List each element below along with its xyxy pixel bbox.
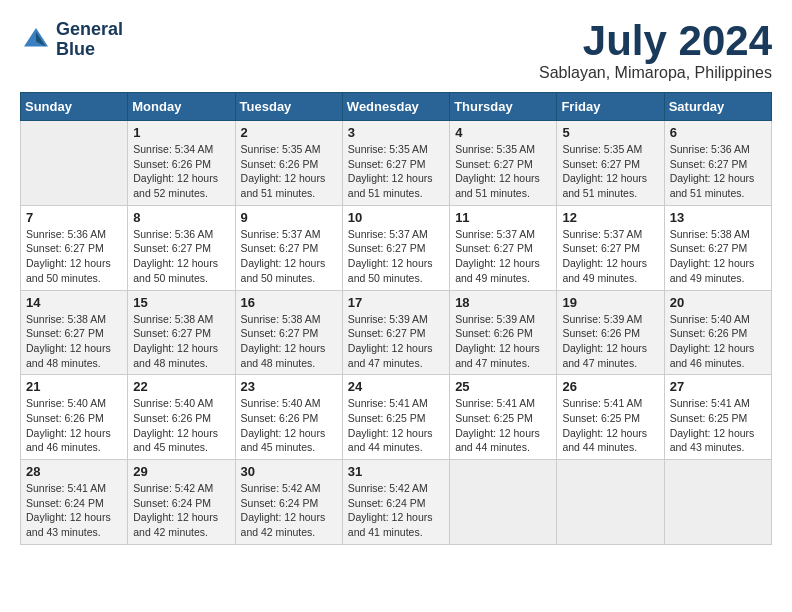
- calendar-cell: 4Sunrise: 5:35 AMSunset: 6:27 PMDaylight…: [450, 121, 557, 206]
- day-info: Sunrise: 5:34 AMSunset: 6:26 PMDaylight:…: [133, 142, 229, 201]
- page-header: General Blue July 2024 Sablayan, Mimarop…: [20, 20, 772, 82]
- calendar-cell: 10Sunrise: 5:37 AMSunset: 6:27 PMDayligh…: [342, 205, 449, 290]
- calendar-cell: 8Sunrise: 5:36 AMSunset: 6:27 PMDaylight…: [128, 205, 235, 290]
- calendar-cell: 14Sunrise: 5:38 AMSunset: 6:27 PMDayligh…: [21, 290, 128, 375]
- column-header-sunday: Sunday: [21, 93, 128, 121]
- day-number: 2: [241, 125, 337, 140]
- day-number: 28: [26, 464, 122, 479]
- day-info: Sunrise: 5:41 AMSunset: 6:25 PMDaylight:…: [562, 396, 658, 455]
- day-info: Sunrise: 5:38 AMSunset: 6:27 PMDaylight:…: [133, 312, 229, 371]
- day-info: Sunrise: 5:36 AMSunset: 6:27 PMDaylight:…: [670, 142, 766, 201]
- column-header-friday: Friday: [557, 93, 664, 121]
- calendar-cell: 13Sunrise: 5:38 AMSunset: 6:27 PMDayligh…: [664, 205, 771, 290]
- day-info: Sunrise: 5:40 AMSunset: 6:26 PMDaylight:…: [133, 396, 229, 455]
- day-info: Sunrise: 5:41 AMSunset: 6:25 PMDaylight:…: [348, 396, 444, 455]
- day-number: 22: [133, 379, 229, 394]
- day-number: 5: [562, 125, 658, 140]
- calendar-week-1: 1Sunrise: 5:34 AMSunset: 6:26 PMDaylight…: [21, 121, 772, 206]
- calendar-week-5: 28Sunrise: 5:41 AMSunset: 6:24 PMDayligh…: [21, 460, 772, 545]
- calendar-table: SundayMondayTuesdayWednesdayThursdayFrid…: [20, 92, 772, 545]
- calendar-cell: 1Sunrise: 5:34 AMSunset: 6:26 PMDaylight…: [128, 121, 235, 206]
- day-number: 10: [348, 210, 444, 225]
- day-number: 17: [348, 295, 444, 310]
- day-number: 14: [26, 295, 122, 310]
- day-info: Sunrise: 5:36 AMSunset: 6:27 PMDaylight:…: [26, 227, 122, 286]
- day-number: 23: [241, 379, 337, 394]
- calendar-cell: 6Sunrise: 5:36 AMSunset: 6:27 PMDaylight…: [664, 121, 771, 206]
- calendar-cell: 23Sunrise: 5:40 AMSunset: 6:26 PMDayligh…: [235, 375, 342, 460]
- day-info: Sunrise: 5:38 AMSunset: 6:27 PMDaylight:…: [241, 312, 337, 371]
- calendar-cell: 5Sunrise: 5:35 AMSunset: 6:27 PMDaylight…: [557, 121, 664, 206]
- calendar-cell: 17Sunrise: 5:39 AMSunset: 6:27 PMDayligh…: [342, 290, 449, 375]
- day-info: Sunrise: 5:42 AMSunset: 6:24 PMDaylight:…: [241, 481, 337, 540]
- calendar-cell: 30Sunrise: 5:42 AMSunset: 6:24 PMDayligh…: [235, 460, 342, 545]
- day-info: Sunrise: 5:40 AMSunset: 6:26 PMDaylight:…: [241, 396, 337, 455]
- day-number: 3: [348, 125, 444, 140]
- day-number: 31: [348, 464, 444, 479]
- day-info: Sunrise: 5:37 AMSunset: 6:27 PMDaylight:…: [455, 227, 551, 286]
- day-number: 13: [670, 210, 766, 225]
- column-header-monday: Monday: [128, 93, 235, 121]
- day-info: Sunrise: 5:40 AMSunset: 6:26 PMDaylight:…: [670, 312, 766, 371]
- day-number: 8: [133, 210, 229, 225]
- day-info: Sunrise: 5:35 AMSunset: 6:27 PMDaylight:…: [348, 142, 444, 201]
- calendar-cell: 15Sunrise: 5:38 AMSunset: 6:27 PMDayligh…: [128, 290, 235, 375]
- calendar-cell: 28Sunrise: 5:41 AMSunset: 6:24 PMDayligh…: [21, 460, 128, 545]
- day-number: 25: [455, 379, 551, 394]
- title-section: July 2024 Sablayan, Mimaropa, Philippine…: [539, 20, 772, 82]
- day-number: 11: [455, 210, 551, 225]
- column-header-tuesday: Tuesday: [235, 93, 342, 121]
- day-number: 15: [133, 295, 229, 310]
- logo: General Blue: [20, 20, 123, 60]
- calendar-cell: 3Sunrise: 5:35 AMSunset: 6:27 PMDaylight…: [342, 121, 449, 206]
- location-subtitle: Sablayan, Mimaropa, Philippines: [539, 64, 772, 82]
- day-info: Sunrise: 5:41 AMSunset: 6:25 PMDaylight:…: [455, 396, 551, 455]
- calendar-cell: 19Sunrise: 5:39 AMSunset: 6:26 PMDayligh…: [557, 290, 664, 375]
- day-number: 26: [562, 379, 658, 394]
- day-info: Sunrise: 5:37 AMSunset: 6:27 PMDaylight:…: [241, 227, 337, 286]
- calendar-cell: [557, 460, 664, 545]
- calendar-cell: 25Sunrise: 5:41 AMSunset: 6:25 PMDayligh…: [450, 375, 557, 460]
- calendar-cell: [450, 460, 557, 545]
- day-info: Sunrise: 5:36 AMSunset: 6:27 PMDaylight:…: [133, 227, 229, 286]
- header-row: SundayMondayTuesdayWednesdayThursdayFrid…: [21, 93, 772, 121]
- calendar-cell: 29Sunrise: 5:42 AMSunset: 6:24 PMDayligh…: [128, 460, 235, 545]
- day-info: Sunrise: 5:39 AMSunset: 6:26 PMDaylight:…: [562, 312, 658, 371]
- day-info: Sunrise: 5:42 AMSunset: 6:24 PMDaylight:…: [133, 481, 229, 540]
- day-number: 30: [241, 464, 337, 479]
- calendar-week-3: 14Sunrise: 5:38 AMSunset: 6:27 PMDayligh…: [21, 290, 772, 375]
- day-info: Sunrise: 5:38 AMSunset: 6:27 PMDaylight:…: [26, 312, 122, 371]
- day-number: 19: [562, 295, 658, 310]
- calendar-cell: 18Sunrise: 5:39 AMSunset: 6:26 PMDayligh…: [450, 290, 557, 375]
- day-number: 4: [455, 125, 551, 140]
- day-info: Sunrise: 5:41 AMSunset: 6:24 PMDaylight:…: [26, 481, 122, 540]
- calendar-cell: 9Sunrise: 5:37 AMSunset: 6:27 PMDaylight…: [235, 205, 342, 290]
- day-number: 16: [241, 295, 337, 310]
- calendar-cell: 20Sunrise: 5:40 AMSunset: 6:26 PMDayligh…: [664, 290, 771, 375]
- day-number: 1: [133, 125, 229, 140]
- day-number: 6: [670, 125, 766, 140]
- day-number: 9: [241, 210, 337, 225]
- calendar-cell: 22Sunrise: 5:40 AMSunset: 6:26 PMDayligh…: [128, 375, 235, 460]
- calendar-cell: 21Sunrise: 5:40 AMSunset: 6:26 PMDayligh…: [21, 375, 128, 460]
- day-number: 27: [670, 379, 766, 394]
- day-info: Sunrise: 5:41 AMSunset: 6:25 PMDaylight:…: [670, 396, 766, 455]
- day-info: Sunrise: 5:37 AMSunset: 6:27 PMDaylight:…: [348, 227, 444, 286]
- calendar-cell: 12Sunrise: 5:37 AMSunset: 6:27 PMDayligh…: [557, 205, 664, 290]
- day-number: 12: [562, 210, 658, 225]
- day-info: Sunrise: 5:38 AMSunset: 6:27 PMDaylight:…: [670, 227, 766, 286]
- day-info: Sunrise: 5:35 AMSunset: 6:26 PMDaylight:…: [241, 142, 337, 201]
- logo-text: General Blue: [56, 20, 123, 60]
- column-header-thursday: Thursday: [450, 93, 557, 121]
- day-info: Sunrise: 5:39 AMSunset: 6:27 PMDaylight:…: [348, 312, 444, 371]
- calendar-cell: 7Sunrise: 5:36 AMSunset: 6:27 PMDaylight…: [21, 205, 128, 290]
- day-number: 18: [455, 295, 551, 310]
- day-number: 21: [26, 379, 122, 394]
- calendar-cell: 16Sunrise: 5:38 AMSunset: 6:27 PMDayligh…: [235, 290, 342, 375]
- month-title: July 2024: [539, 20, 772, 62]
- day-number: 20: [670, 295, 766, 310]
- calendar-cell: [21, 121, 128, 206]
- day-info: Sunrise: 5:35 AMSunset: 6:27 PMDaylight:…: [562, 142, 658, 201]
- day-info: Sunrise: 5:39 AMSunset: 6:26 PMDaylight:…: [455, 312, 551, 371]
- day-info: Sunrise: 5:35 AMSunset: 6:27 PMDaylight:…: [455, 142, 551, 201]
